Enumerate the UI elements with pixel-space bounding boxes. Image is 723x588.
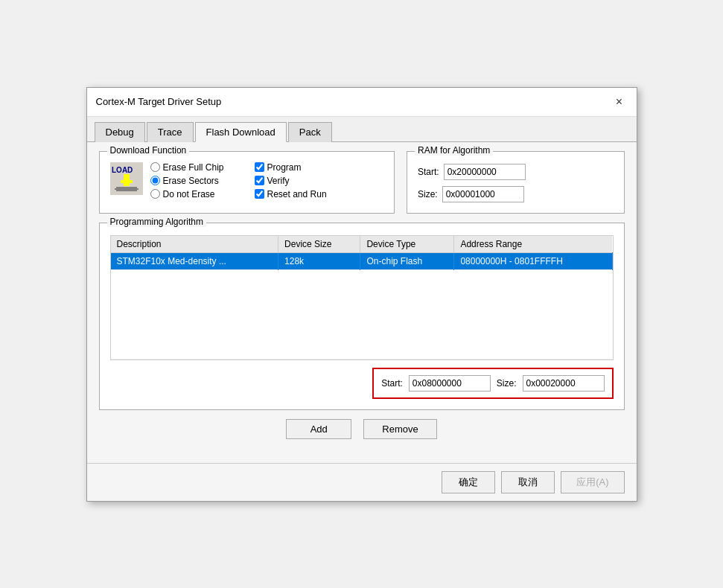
content-area: Download Function LOAD (87, 142, 637, 463)
ram-algorithm-inner: Start: Size: (418, 164, 614, 202)
program-checkbox[interactable] (255, 162, 264, 172)
svg-rect-4 (124, 183, 130, 186)
ram-algorithm-group: RAM for Algorithm Start: Size: (407, 151, 625, 214)
verify-checkbox[interactable] (255, 176, 264, 185)
cancel-button[interactable]: 取消 (501, 471, 555, 493)
cell-device-size: 128k (278, 252, 360, 269)
erase-sectors-radio[interactable] (150, 176, 160, 185)
table-header-row: Description Device Size Device Type Addr… (111, 236, 613, 253)
reset-and-run-checkbox[interactable] (255, 189, 264, 199)
download-function-group: Download Function LOAD (99, 151, 395, 214)
program-option[interactable]: Program (255, 162, 327, 173)
algo-start-label: Start: (381, 378, 403, 389)
close-button[interactable]: × (611, 94, 628, 110)
erase-options: Erase Full Chip Erase Sectors Do not Era… (150, 162, 247, 199)
load-icon: LOAD (110, 162, 143, 195)
algo-start-input[interactable] (409, 375, 491, 392)
ram-start-label: Start: (418, 167, 439, 177)
ram-size-input[interactable] (442, 186, 524, 202)
erase-full-chip-option[interactable]: Erase Full Chip (150, 162, 247, 173)
do-not-erase-label: Do not Erase (163, 189, 215, 199)
reset-and-run-label: Reset and Run (267, 189, 327, 199)
reset-and-run-option[interactable]: Reset and Run (255, 189, 327, 199)
col-description: Description (111, 236, 278, 253)
verify-option[interactable]: Verify (255, 176, 327, 186)
window-title: Cortex-M Target Driver Setup (96, 96, 222, 107)
col-device-size: Device Size (278, 236, 360, 253)
tab-debug[interactable]: Debug (95, 122, 145, 142)
table-row[interactable]: STM32F10x Med-density ... 128k On-chip F… (111, 252, 613, 269)
svg-rect-3 (121, 180, 133, 183)
ram-start-row: Start: (418, 164, 614, 180)
algo-size-label: Size: (497, 378, 517, 389)
table-empty-area (111, 269, 613, 359)
programming-algorithm-group: Programming Algorithm Description Device… (99, 223, 625, 410)
programming-algorithm-label: Programming Algorithm (107, 217, 206, 227)
erase-full-chip-label: Erase Full Chip (163, 162, 224, 173)
action-buttons-row: Add Remove (99, 419, 625, 439)
program-options: Program Verify Reset and Run (255, 162, 327, 199)
svg-text:LOAD: LOAD (112, 166, 133, 174)
algorithm-table: Description Device Size Device Type Addr… (111, 236, 613, 359)
tab-trace[interactable]: Trace (147, 122, 194, 142)
ram-size-label: Size: (418, 189, 438, 199)
svg-rect-2 (124, 174, 130, 180)
svg-rect-7 (136, 188, 138, 190)
erase-sectors-label: Erase Sectors (163, 176, 219, 186)
title-bar: Cortex-M Target Driver Setup × (87, 88, 637, 117)
download-function-label: Download Function (107, 145, 190, 156)
algo-start-size-row: Start: Size: (372, 368, 613, 399)
dialog-window: Cortex-M Target Driver Setup × Debug Tra… (86, 87, 637, 502)
bottom-bar: 确定 取消 应用(A) (87, 463, 637, 501)
ram-algorithm-label: RAM for Algorithm (415, 145, 493, 156)
remove-button[interactable]: Remove (363, 419, 436, 439)
erase-sectors-option[interactable]: Erase Sectors (150, 176, 247, 186)
top-row: Download Function LOAD (99, 151, 625, 214)
add-button[interactable]: Add (286, 419, 351, 439)
program-label: Program (267, 162, 302, 173)
tab-bar: Debug Trace Flash Download Pack (87, 117, 637, 142)
tab-flash-download[interactable]: Flash Download (195, 122, 287, 142)
cell-address-range: 08000000H - 0801FFFFH (454, 252, 612, 269)
apply-button[interactable]: 应用(A) (561, 471, 624, 493)
do-not-erase-radio[interactable] (150, 189, 160, 199)
col-device-type: Device Type (360, 236, 454, 253)
col-address-range: Address Range (454, 236, 612, 253)
algorithm-table-container: Description Device Size Device Type Addr… (110, 235, 614, 360)
cell-device-type: On-chip Flash (360, 252, 454, 269)
svg-rect-6 (115, 188, 118, 190)
svg-rect-5 (116, 187, 137, 191)
confirm-button[interactable]: 确定 (442, 471, 495, 493)
cell-description: STM32F10x Med-density ... (111, 252, 278, 269)
erase-full-chip-radio[interactable] (150, 162, 160, 172)
do-not-erase-option[interactable]: Do not Erase (150, 189, 247, 199)
ram-size-row: Size: (418, 186, 614, 202)
algo-size-input[interactable] (523, 375, 605, 392)
tab-pack[interactable]: Pack (288, 122, 332, 142)
verify-label: Verify (267, 176, 290, 186)
ram-start-input[interactable] (444, 164, 526, 180)
download-function-inner: LOAD Erase Full Chip (110, 162, 384, 199)
